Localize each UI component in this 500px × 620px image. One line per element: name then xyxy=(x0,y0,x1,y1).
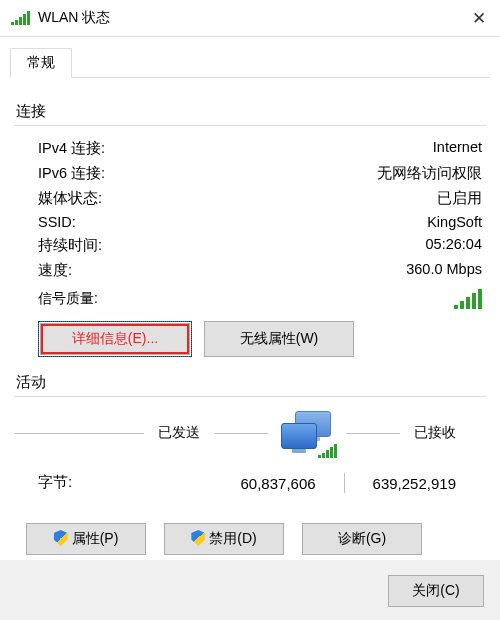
media-value: 已启用 xyxy=(437,189,482,208)
row-signal: 信号质量: xyxy=(10,283,490,311)
duration-value: 05:26:04 xyxy=(426,236,482,255)
divider xyxy=(214,433,268,434)
connection-button-row: 详细信息(E)... 无线属性(W) xyxy=(10,311,490,367)
received-label: 已接收 xyxy=(414,424,456,442)
signal-label: 信号质量: xyxy=(38,290,98,308)
titlebar: WLAN 状态 ✕ xyxy=(0,0,500,37)
row-media: 媒体状态: 已启用 xyxy=(10,186,490,211)
ssid-label: SSID: xyxy=(38,214,76,230)
speed-label: 速度: xyxy=(38,261,72,280)
divider xyxy=(14,433,144,434)
close-icon[interactable]: ✕ xyxy=(472,8,486,29)
signal-bars-icon xyxy=(452,289,482,309)
media-label: 媒体状态: xyxy=(38,189,102,208)
sent-label: 已发送 xyxy=(158,424,200,442)
bytes-row: 字节: 60,837,606 639,252,919 xyxy=(10,459,490,505)
row-speed: 速度: 360.0 Mbps xyxy=(10,258,490,283)
wireless-properties-button[interactable]: 无线属性(W) xyxy=(204,321,354,357)
window-title: WLAN 状态 xyxy=(38,9,472,27)
activity-header: 已发送 已接收 xyxy=(10,407,490,459)
row-ipv4: IPv4 连接: Internet xyxy=(10,136,490,161)
row-ipv6: IPv6 连接: 无网络访问权限 xyxy=(10,161,490,186)
tab-general[interactable]: 常规 xyxy=(10,48,72,78)
divider xyxy=(346,433,400,434)
properties-button-label: 属性(P) xyxy=(72,530,119,546)
section-connection-label: 连接 xyxy=(16,102,484,121)
content-area: 常规 连接 IPv4 连接: Internet IPv6 连接: 无网络访问权限… xyxy=(0,37,500,620)
footer: 关闭(C) xyxy=(0,560,500,620)
ipv4-value: Internet xyxy=(433,139,482,158)
details-button-focus: 详细信息(E)... xyxy=(38,321,192,357)
duration-label: 持续时间: xyxy=(38,236,102,255)
divider xyxy=(14,396,486,397)
speed-value: 360.0 Mbps xyxy=(406,261,482,280)
disable-button[interactable]: 禁用(D) xyxy=(164,523,284,555)
ipv4-label: IPv4 连接: xyxy=(38,139,105,158)
row-duration: 持续时间: 05:26:04 xyxy=(10,233,490,258)
tab-strip: 常规 xyxy=(10,47,490,78)
close-button[interactable]: 关闭(C) xyxy=(388,575,484,607)
bottom-button-row: 属性(P) 禁用(D) 诊断(G) xyxy=(10,505,490,561)
ssid-value: KingSoft xyxy=(427,214,482,230)
diagnose-button[interactable]: 诊断(G) xyxy=(302,523,422,555)
row-ssid: SSID: KingSoft xyxy=(10,211,490,233)
bytes-sent-value: 60,837,606 xyxy=(241,475,316,492)
details-button[interactable]: 详细信息(E)... xyxy=(40,323,190,355)
section-activity-label: 活动 xyxy=(16,373,484,392)
ipv6-value: 无网络访问权限 xyxy=(377,164,482,183)
divider xyxy=(344,473,345,493)
bytes-label: 字节: xyxy=(38,473,72,493)
signal-bars-icon xyxy=(317,444,337,458)
wifi-icon xyxy=(10,11,30,25)
properties-button[interactable]: 属性(P) xyxy=(26,523,146,555)
network-computers-icon xyxy=(277,411,337,455)
shield-icon xyxy=(54,530,68,546)
bytes-received-value: 639,252,919 xyxy=(373,475,456,492)
shield-icon xyxy=(191,530,205,546)
disable-button-label: 禁用(D) xyxy=(209,530,256,546)
tab-panel: 连接 IPv4 连接: Internet IPv6 连接: 无网络访问权限 媒体… xyxy=(10,88,490,569)
divider xyxy=(14,125,486,126)
ipv6-label: IPv6 连接: xyxy=(38,164,105,183)
